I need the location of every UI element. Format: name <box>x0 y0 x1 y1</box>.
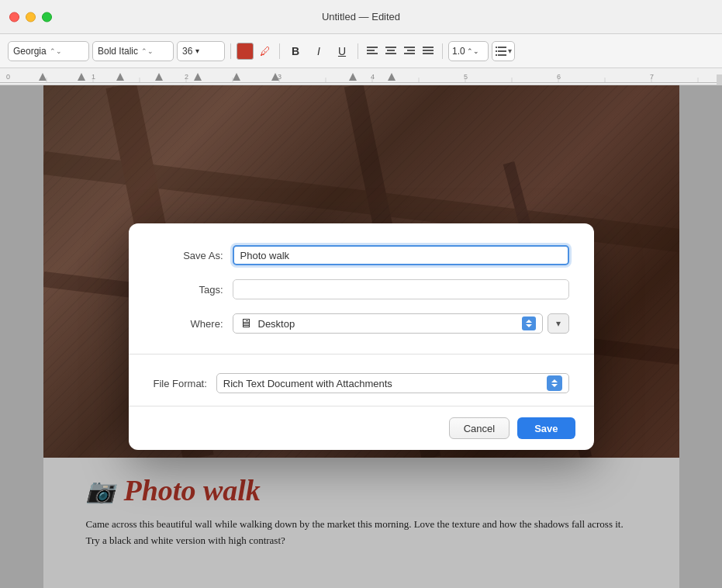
traffic-lights <box>9 12 52 22</box>
dialog-separator-1 <box>129 354 594 355</box>
file-format-row: File Format: Rich Text Document with Att… <box>129 359 594 406</box>
font-size-select[interactable]: 36 ▾ <box>177 41 225 61</box>
list-button[interactable]: ▾ <box>492 41 515 61</box>
svg-marker-58 <box>526 324 532 327</box>
font-size-value: 36 <box>182 46 192 57</box>
svg-rect-7 <box>407 50 415 51</box>
svg-marker-23 <box>194 73 202 81</box>
chevron-down-icon: ▾ <box>556 318 561 329</box>
line-spacing-stepper-icon: ⌃⌄ <box>467 47 479 55</box>
where-stepper[interactable] <box>522 316 536 330</box>
svg-marker-60 <box>551 384 558 387</box>
svg-rect-5 <box>385 53 396 54</box>
svg-rect-18 <box>0 82 722 83</box>
svg-marker-51 <box>717 74 722 85</box>
italic-button[interactable]: I <box>309 41 329 61</box>
svg-marker-21 <box>116 73 124 81</box>
file-format-value: Rich Text Document with Attachments <box>223 378 392 389</box>
save-dialog: Save As: Tags: Where: 🖥 Desktop <box>129 223 594 450</box>
file-format-select[interactable]: Rich Text Document with Attachments <box>216 373 569 393</box>
svg-marker-27 <box>388 73 396 81</box>
text-color-swatch[interactable] <box>237 43 254 60</box>
save-as-row: Save As: <box>154 245 569 265</box>
where-row: Where: 🖥 Desktop <box>154 313 569 334</box>
svg-marker-24 <box>233 73 240 81</box>
where-dropdown-button[interactable]: ▾ <box>548 313 569 334</box>
bold-button[interactable]: B <box>285 41 306 61</box>
svg-marker-57 <box>526 320 532 323</box>
font-size-dropdown-icon: ▾ <box>195 47 199 55</box>
toolbar: Georgia ⌃⌄ Bold Italic ⌃⌄ 36 ▾ 🖊 B I U <box>0 34 722 68</box>
font-family-select[interactable]: Georgia ⌃⌄ <box>8 41 89 61</box>
tags-input[interactable] <box>233 279 569 299</box>
title-text: Untitled <box>322 11 356 22</box>
svg-text:3: 3 <box>278 73 282 81</box>
modal-overlay: Save As: Tags: Where: 🖥 Desktop <box>0 85 722 588</box>
where-label: Where: <box>154 318 223 330</box>
align-justify-button[interactable] <box>420 43 437 60</box>
svg-rect-8 <box>404 53 415 54</box>
svg-text:5: 5 <box>464 73 468 81</box>
highlight-button[interactable]: 🖊 <box>257 43 274 60</box>
svg-rect-0 <box>367 47 378 48</box>
svg-text:4: 4 <box>371 73 375 81</box>
highlight-icon: 🖊 <box>260 45 271 57</box>
toolbar-divider-2 <box>279 43 280 59</box>
where-select[interactable]: 🖥 Desktop <box>233 313 543 334</box>
svg-marker-19 <box>39 73 47 81</box>
desktop-folder-icon: 🖥 <box>240 316 252 330</box>
svg-rect-12 <box>498 47 506 48</box>
font-style-value: Bold Italic <box>98 46 138 57</box>
save-button[interactable]: Save <box>517 417 575 439</box>
list-dropdown-icon: ▾ <box>508 47 512 55</box>
document-area: 📷 Photo walk Came across this beautiful … <box>0 85 722 588</box>
line-spacing-value: 1.0 <box>452 46 465 57</box>
svg-rect-11 <box>423 53 434 54</box>
svg-rect-9 <box>423 47 434 48</box>
svg-rect-13 <box>498 50 506 52</box>
line-spacing-select[interactable]: 1.0 ⌃⌄ <box>448 41 489 61</box>
edit-status: Edited <box>371 11 400 22</box>
file-format-stepper[interactable] <box>547 375 562 391</box>
toolbar-divider-3 <box>358 43 358 59</box>
save-as-input[interactable] <box>233 245 569 265</box>
svg-marker-59 <box>551 379 558 382</box>
tags-label: Tags: <box>154 284 223 296</box>
maximize-button[interactable] <box>42 12 52 22</box>
svg-text:2: 2 <box>185 73 188 81</box>
svg-text:1: 1 <box>92 73 95 81</box>
svg-rect-17 <box>496 54 497 56</box>
underline-button[interactable]: U <box>332 41 352 61</box>
svg-marker-26 <box>349 73 357 81</box>
alignment-group <box>364 43 437 60</box>
titlebar: Untitled — Edited <box>0 0 722 34</box>
save-as-label: Save As: <box>154 250 223 261</box>
toolbar-divider-4 <box>442 43 443 59</box>
close-button[interactable] <box>9 12 19 22</box>
font-family-value: Georgia <box>13 46 47 57</box>
svg-rect-2 <box>367 53 378 54</box>
svg-rect-10 <box>423 50 434 51</box>
dialog-body: Save As: Tags: Where: 🖥 Desktop <box>129 223 594 349</box>
svg-marker-22 <box>155 73 163 81</box>
align-right-button[interactable] <box>401 43 418 60</box>
font-style-chevron-icon: ⌃⌄ <box>141 47 154 55</box>
svg-rect-4 <box>387 50 395 51</box>
svg-rect-14 <box>498 54 506 56</box>
where-select-container: 🖥 Desktop ▾ <box>233 313 569 334</box>
window-title: Untitled — Edited <box>322 11 400 22</box>
svg-rect-15 <box>496 47 497 48</box>
minimize-button[interactable] <box>26 12 36 22</box>
svg-rect-6 <box>404 47 415 48</box>
align-left-button[interactable] <box>364 43 381 60</box>
svg-rect-16 <box>496 50 497 52</box>
svg-marker-20 <box>78 73 85 81</box>
toolbar-divider-1 <box>230 43 231 59</box>
font-family-chevron-icon: ⌃⌄ <box>50 47 62 55</box>
tags-row: Tags: <box>154 279 569 299</box>
where-value: Desktop <box>258 318 295 330</box>
cancel-button[interactable]: Cancel <box>449 417 510 439</box>
ruler: 0 1 2 3 4 5 6 7 <box>0 68 722 85</box>
align-center-button[interactable] <box>382 43 399 60</box>
font-style-select[interactable]: Bold Italic ⌃⌄ <box>92 41 174 61</box>
